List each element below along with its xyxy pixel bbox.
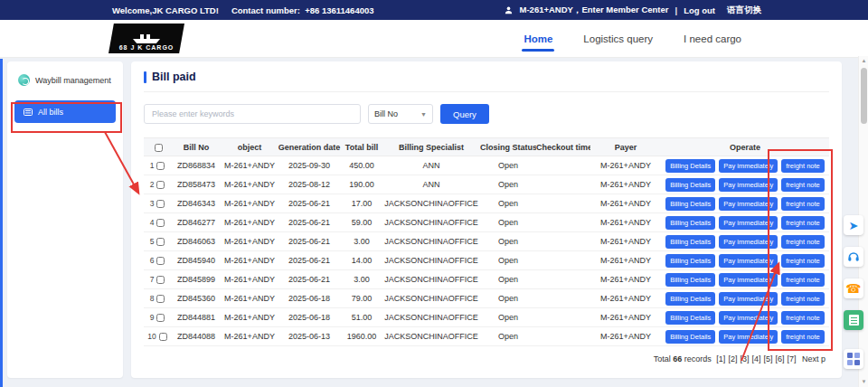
pay-immediately-button[interactable]: Pay immediately — [719, 330, 778, 344]
nav-i-need-cargo[interactable]: I need cargo — [682, 23, 743, 55]
cell-total-bill: 3.00 — [341, 270, 382, 289]
row-checkbox[interactable] — [156, 162, 165, 170]
billing-details-button[interactable]: Billing Details — [665, 159, 715, 173]
nav-logistics-query[interactable]: Logistics query — [581, 23, 655, 55]
keywords-input[interactable] — [144, 104, 361, 124]
cell-object: M-261+ANDY — [222, 308, 278, 327]
select-all-checkbox[interactable] — [155, 144, 163, 152]
cell-total-bill: 3.00 — [341, 232, 382, 251]
page-link[interactable]: [2] — [728, 354, 737, 363]
pay-immediately-button[interactable]: Pay immediately — [719, 292, 778, 306]
freight-note-button[interactable]: freight note — [781, 330, 825, 344]
billing-details-button[interactable]: Billing Details — [665, 330, 715, 344]
freight-note-button[interactable]: freight note — [781, 311, 825, 325]
cell-operate: Billing DetailsPay immediatelyfreight no… — [661, 213, 829, 232]
row-checkbox[interactable] — [156, 257, 165, 265]
cell-bill-no: ZD858473 — [171, 175, 222, 194]
page-link[interactable]: [1] — [716, 354, 725, 363]
scroll-up-arrow[interactable]: ▲ — [859, 56, 868, 66]
cell-bill-no: ZD844881 — [171, 308, 222, 327]
pay-immediately-button[interactable]: Pay immediately — [719, 273, 778, 287]
row-checkbox[interactable] — [156, 219, 165, 227]
billing-details-button[interactable]: Billing Details — [665, 292, 715, 306]
row-checkbox[interactable] — [156, 295, 165, 303]
cell-payer: M-261+ANDY — [590, 270, 661, 289]
cell-total-bill: 17.00 — [341, 194, 382, 213]
freight-note-button[interactable]: freight note — [781, 273, 825, 287]
query-button[interactable]: Query — [440, 104, 489, 124]
billing-details-button[interactable]: Billing Details — [665, 273, 715, 287]
freight-note-button[interactable]: freight note — [781, 159, 825, 173]
billing-details-button[interactable]: Billing Details — [665, 178, 715, 192]
billing-details-button[interactable]: Billing Details — [665, 216, 715, 230]
row-checkbox[interactable] — [159, 333, 167, 341]
page-link[interactable]: [3] — [740, 354, 749, 363]
page-link[interactable]: [6] — [775, 354, 784, 363]
sidebar-item-waybill-management[interactable]: Waybill management — [7, 61, 123, 95]
apps-grid-icon[interactable] — [844, 349, 863, 369]
pay-immediately-button[interactable]: Pay immediately — [719, 197, 778, 211]
cell-closing-status: Open — [480, 232, 536, 251]
freight-note-button[interactable]: freight note — [781, 292, 825, 306]
logout-link[interactable]: Log out — [684, 5, 715, 15]
freight-note-button[interactable]: freight note — [781, 235, 825, 249]
cell-billing-specialist: JACKSONCHINAOFFICE — [382, 213, 480, 232]
top-bar: Welcome,JK CARGO LTD! Contact number: +8… — [0, 0, 868, 20]
title-accent-bar — [144, 71, 146, 83]
chevron-down-icon: ▼ — [420, 111, 427, 118]
ship-icon — [131, 33, 162, 43]
pay-immediately-button[interactable]: Pay immediately — [719, 235, 778, 249]
cell-generation-date: 2025-06-18 — [278, 289, 341, 308]
cell-object: M-261+ANDY — [222, 232, 278, 251]
cell-checkout-time — [536, 232, 590, 251]
row-checkbox[interactable] — [156, 181, 165, 189]
phone-icon[interactable]: ☎ — [844, 278, 863, 298]
column-header: Billing Specialist — [382, 138, 480, 156]
scroll-down-arrow[interactable]: ▼ — [859, 377, 868, 387]
cell-checkout-time — [536, 289, 590, 308]
billing-details-button[interactable]: Billing Details — [665, 311, 715, 325]
cell-generation-date: 2025-06-18 — [278, 308, 341, 327]
sidebar-item-all-bills[interactable]: All bills — [14, 100, 116, 123]
cell-payer: M-261+ANDY — [590, 308, 661, 327]
pay-immediately-button[interactable]: Pay immediately — [719, 254, 778, 268]
row-checkbox[interactable] — [156, 238, 165, 246]
bill-no-select[interactable]: Bill No ▼ — [368, 104, 433, 124]
cell-operate: Billing DetailsPay immediatelyfreight no… — [661, 232, 829, 251]
table-row: 3ZD846343M-261+ANDY2025-06-2117.00JACKSO… — [144, 194, 829, 213]
notes-icon[interactable] — [844, 310, 863, 330]
billing-details-button[interactable]: Billing Details — [665, 197, 715, 211]
freight-note-button[interactable]: freight note — [781, 254, 825, 268]
freight-note-button[interactable]: freight note — [781, 178, 825, 192]
pay-immediately-button[interactable]: Pay immediately — [719, 159, 778, 173]
contact-text: Contact number: +86 13611464003 — [231, 5, 374, 15]
language-switch-link[interactable]: 语言切换 — [727, 5, 761, 16]
cell-object: M-261+ANDY — [222, 156, 278, 175]
page-link[interactable]: [4] — [751, 354, 760, 363]
pay-immediately-button[interactable]: Pay immediately — [719, 216, 778, 230]
cell-bill-no: ZD845360 — [171, 289, 222, 308]
billing-details-button[interactable]: Billing Details — [665, 235, 715, 249]
pagination-pages: [1][2][3][4][5][6][7] — [713, 354, 796, 363]
member-center-link[interactable]: M-261+ANDY，Enter Member Center — [520, 5, 669, 16]
row-checkbox[interactable] — [156, 276, 165, 284]
row-checkbox[interactable] — [156, 314, 165, 322]
scrollbar-thumb[interactable] — [861, 68, 867, 124]
nav-home[interactable]: Home — [522, 23, 554, 55]
collapse-arrow-icon[interactable]: ➤ — [844, 215, 863, 235]
column-header: Generation date — [278, 138, 341, 156]
page-link[interactable]: [5] — [763, 354, 772, 363]
customer-service-icon[interactable] — [844, 247, 863, 267]
row-checkbox[interactable] — [156, 200, 165, 208]
pay-immediately-button[interactable]: Pay immediately — [719, 311, 778, 325]
next-page-link[interactable]: Next p — [802, 354, 826, 363]
pay-immediately-button[interactable]: Pay immediately — [719, 178, 778, 192]
cell-billing-specialist: ANN — [382, 175, 480, 194]
page-link[interactable]: [7] — [787, 354, 796, 363]
freight-note-button[interactable]: freight note — [781, 197, 825, 211]
billing-details-button[interactable]: Billing Details — [665, 254, 715, 268]
freight-note-button[interactable]: freight note — [781, 216, 825, 230]
cell-billing-specialist: ANN — [382, 156, 480, 175]
row-index: 2 — [144, 175, 171, 194]
cell-closing-status: Open — [480, 213, 536, 232]
